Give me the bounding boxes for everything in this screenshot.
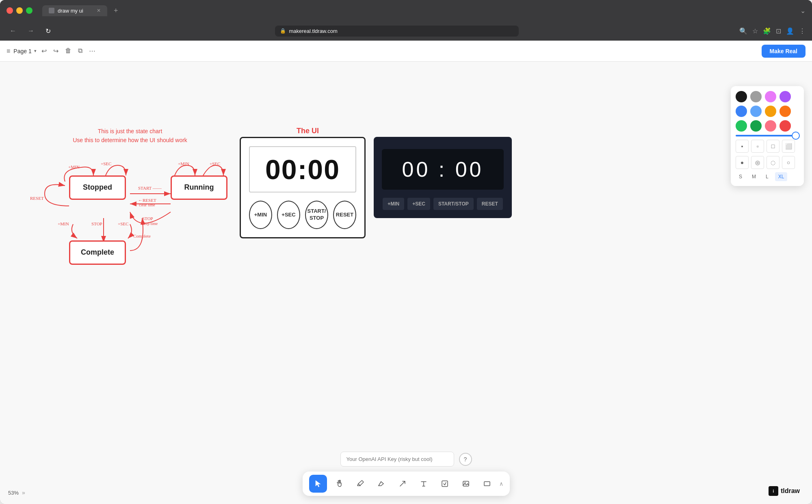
- timer-plus-min-dark[interactable]: +MIN: [383, 198, 404, 210]
- maximize-button[interactable]: [26, 7, 32, 14]
- hand-tool[interactable]: [330, 475, 348, 493]
- refresh-button[interactable]: ↻: [42, 26, 54, 37]
- extensions-icon[interactable]: 🧩: [763, 27, 771, 35]
- tool-bar: ∧: [303, 472, 510, 496]
- star-icon[interactable]: ☆: [752, 27, 758, 35]
- make-real-button[interactable]: Make Real: [762, 45, 806, 58]
- browser-icon[interactable]: ⊡: [776, 27, 781, 35]
- cursor-icon: [314, 480, 322, 488]
- edit-tool[interactable]: [436, 475, 454, 493]
- timer-start-stop-light[interactable]: START/ STOP: [305, 201, 328, 229]
- timer-buttons-light: +MIN +SEC START/ STOP RESET: [249, 201, 356, 229]
- color-green-light[interactable]: [736, 120, 747, 132]
- menu-icon[interactable]: ⋮: [799, 27, 806, 35]
- arrow-tool[interactable]: [394, 475, 411, 493]
- timer-plus-min-light[interactable]: +MIN: [249, 201, 272, 229]
- timer-reset-light[interactable]: RESET: [333, 201, 356, 229]
- timer-start-stop-dark[interactable]: START/STOP: [433, 198, 474, 210]
- eraser-icon: [377, 480, 385, 488]
- svg-rect-1: [442, 481, 448, 487]
- zoom-expand-button[interactable]: »: [22, 489, 25, 496]
- nav-right-icons: 🔍 ☆ 🧩 ⊡ 👤 ⋮: [739, 27, 806, 35]
- active-tab[interactable]: draw my ui ✕: [42, 5, 107, 16]
- timer-ui-dark: 00 : 00 +MIN +SEC START/STOP RESET: [374, 137, 512, 218]
- state-chart: This is just the state chart Use this to…: [24, 127, 236, 267]
- keep-time-label: keep time: [142, 221, 158, 226]
- lock-icon: 🔒: [280, 28, 286, 34]
- more-button[interactable]: ⋯: [87, 45, 97, 56]
- color-green-dark[interactable]: [750, 120, 762, 132]
- delete-button[interactable]: 🗑: [63, 45, 73, 56]
- color-gray[interactable]: [750, 91, 762, 102]
- square-semi-icon[interactable]: ▫: [751, 140, 764, 153]
- color-black[interactable]: [736, 91, 747, 102]
- color-blue-dark[interactable]: [736, 106, 747, 117]
- stroke-slider[interactable]: [736, 135, 799, 136]
- clear-time-label: clear time: [139, 203, 155, 207]
- back-button[interactable]: ←: [6, 26, 19, 36]
- color-blue-light[interactable]: [750, 106, 762, 117]
- stopped-label: Stopped: [83, 183, 112, 192]
- url-text: makereal.tldraw.com: [289, 28, 338, 34]
- circle-semi-icon[interactable]: ◎: [751, 156, 764, 169]
- color-yellow[interactable]: [765, 106, 776, 117]
- image-tool[interactable]: [457, 475, 475, 493]
- text-tool[interactable]: [415, 475, 433, 493]
- close-button[interactable]: [6, 7, 13, 14]
- size-xl[interactable]: XL: [775, 172, 788, 181]
- menu-button[interactable]: ≡: [6, 48, 10, 55]
- api-key-input[interactable]: [340, 452, 454, 467]
- cursor-tool[interactable]: [309, 475, 327, 493]
- tab-favicon: [49, 8, 54, 13]
- circle-outline-icon[interactable]: ○: [782, 156, 795, 169]
- color-red[interactable]: [780, 120, 791, 132]
- size-row: S M L XL: [736, 172, 799, 181]
- titlebar: draw my ui ✕ + ⌄: [0, 0, 812, 21]
- page-chevron-icon: ▾: [34, 48, 37, 54]
- redo-button[interactable]: ↪: [52, 45, 60, 56]
- window-control-chevron[interactable]: ⌄: [800, 7, 806, 15]
- help-button[interactable]: ?: [459, 453, 472, 466]
- size-m[interactable]: M: [749, 172, 759, 181]
- size-l[interactable]: L: [762, 172, 772, 181]
- ui-section-label: The UI: [297, 127, 319, 135]
- plus-min-label-2: +MIN: [178, 161, 189, 166]
- square-outline-icon[interactable]: □: [767, 140, 780, 153]
- square-dotted-icon[interactable]: ⬜: [782, 140, 795, 153]
- color-purple[interactable]: [780, 91, 791, 102]
- timer-display-dark: 00 : 00: [382, 149, 504, 190]
- minimize-button[interactable]: [16, 7, 23, 14]
- canvas-area[interactable]: ▪ ▫ □ ⬜ ● ◎ ◌ ○ S M L XL: [0, 62, 812, 504]
- color-pink[interactable]: [765, 91, 776, 102]
- timer-display-light: 00:00: [249, 146, 356, 193]
- color-orange[interactable]: [780, 106, 791, 117]
- plus-sec-label-1: +SEC: [101, 161, 111, 166]
- timer-reset-dark[interactable]: RESET: [477, 198, 503, 210]
- rectangle-tool[interactable]: [478, 475, 496, 493]
- tab-close-button[interactable]: ✕: [97, 8, 101, 13]
- reset-left-label: RESET: [30, 196, 44, 201]
- profile-icon[interactable]: 👤: [786, 27, 794, 35]
- timer-plus-sec-light[interactable]: +SEC: [277, 201, 300, 229]
- circle-dotted-icon[interactable]: ◌: [767, 156, 780, 169]
- color-red-light[interactable]: [765, 120, 776, 132]
- size-s[interactable]: S: [736, 172, 745, 181]
- running-state-box: Running: [171, 175, 227, 200]
- tool-expand-button[interactable]: ∧: [499, 480, 503, 487]
- new-tab-button[interactable]: +: [110, 6, 121, 15]
- undo-button[interactable]: ↩: [40, 45, 48, 56]
- address-bar[interactable]: 🔒 makereal.tldraw.com: [275, 26, 519, 37]
- eraser-tool[interactable]: [372, 475, 390, 493]
- forward-button[interactable]: →: [24, 26, 37, 36]
- duplicate-button[interactable]: ⧉: [76, 45, 84, 56]
- pencil-tool[interactable]: [351, 475, 369, 493]
- tab-title: draw my ui: [58, 8, 83, 14]
- page-name-selector[interactable]: Page 1 ▾: [13, 48, 36, 54]
- running-label: Running: [184, 183, 214, 192]
- api-input-row: ?: [340, 452, 472, 467]
- timer-plus-sec-dark[interactable]: +SEC: [407, 198, 430, 210]
- plus-min-label-1: +MIN: [68, 164, 80, 169]
- circle-fill-icon[interactable]: ●: [736, 156, 749, 169]
- square-fill-icon[interactable]: ▪: [736, 140, 749, 153]
- search-icon[interactable]: 🔍: [739, 27, 747, 35]
